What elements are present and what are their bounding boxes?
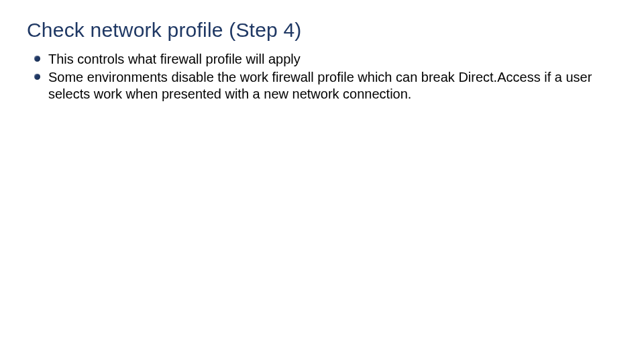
bullet-text: Some environments disable the work firew… <box>48 70 592 101</box>
bullet-icon <box>34 56 40 62</box>
list-item: Some environments disable the work firew… <box>36 69 617 103</box>
slide-title: Check network profile (Step 4) <box>27 19 617 42</box>
bullet-icon <box>34 74 40 80</box>
list-item: This controls what firewall profile will… <box>36 51 617 68</box>
bullet-list: This controls what firewall profile will… <box>27 51 617 103</box>
slide: Check network profile (Step 4) This cont… <box>0 0 644 362</box>
bullet-text: This controls what firewall profile will… <box>48 52 301 66</box>
